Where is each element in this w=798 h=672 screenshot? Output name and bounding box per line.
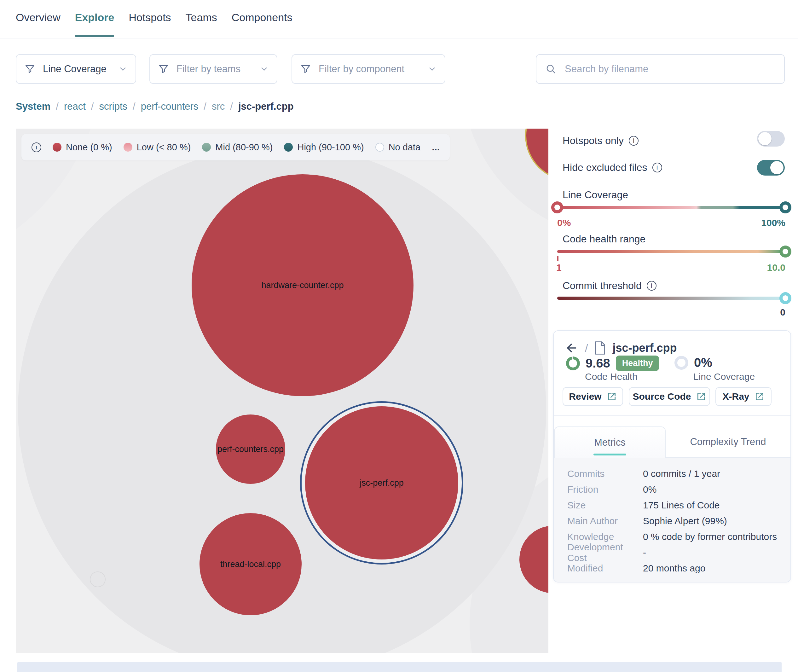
legend-item-none[interactable]: None (0 %) [53, 142, 112, 152]
breadcrumb-separator: / [56, 101, 59, 112]
metric-filter-value: Line Coverage [43, 63, 110, 75]
breadcrumb-item-scripts[interactable]: scripts [99, 101, 127, 112]
line-coverage-donut [675, 356, 688, 370]
code-health-max-handle[interactable] [779, 246, 792, 258]
code-health-min-value: 1 [556, 262, 561, 273]
file-bubble-thread-local-cpp[interactable]: thread-local.cpp [200, 513, 302, 615]
x-ray-button[interactable]: X-Ray [715, 387, 771, 406]
hide-excluded-toggle[interactable] [757, 160, 785, 176]
breadcrumb-item-perf-counters[interactable]: perf-counters [141, 101, 198, 112]
metric-value: 0% [643, 484, 656, 495]
legend-item-high[interactable]: High (90-100 %) [284, 142, 364, 152]
breadcrumb-item-jsc-perf-cpp: jsc-perf.cpp [238, 101, 294, 112]
line-coverage-stat-label: Line Coverage [693, 371, 755, 382]
nav-tab-components[interactable]: Components [232, 11, 293, 37]
slider-track[interactable] [557, 206, 785, 209]
legend-item-label: Mid (80-90 %) [215, 142, 273, 152]
code-health-slider [557, 246, 785, 257]
metric-row-size: Size175 Lines of Code [567, 498, 785, 513]
breadcrumb-item-system[interactable]: System [16, 101, 50, 112]
legend-more[interactable]: ... [432, 142, 440, 152]
hotspots-only-info-icon[interactable]: i [629, 136, 638, 146]
path-separator: / [585, 342, 588, 354]
legend-item-mid[interactable]: Mid (80-90 %) [202, 142, 273, 152]
external-link-icon [696, 392, 706, 402]
bubble-label: perf-counters.cpp [217, 445, 284, 454]
metric-label: Commits [567, 469, 643, 479]
breadcrumb-item-react[interactable]: react [64, 101, 86, 112]
code-health-min-tick[interactable] [557, 256, 558, 261]
code-health-value: 9.68 [585, 356, 610, 370]
line-coverage-min-handle[interactable] [551, 202, 563, 213]
component-filter-placeholder: Filter by component [319, 63, 419, 75]
back-arrow-icon[interactable] [565, 341, 579, 355]
legend-item-low[interactable]: Low (< 80 %) [123, 142, 191, 152]
metric-value: 0 commits / 1 year [643, 469, 720, 479]
nav-tab-explore[interactable]: Explore [75, 11, 114, 37]
external-link-icon [755, 392, 764, 402]
line-coverage-stat: 0% [675, 355, 712, 370]
funnel-icon [158, 64, 169, 74]
none-swatch-icon [53, 143, 61, 152]
metric-value: 0 % code by former contributors [643, 531, 777, 542]
metric-filter-dropdown[interactable]: Line Coverage [16, 54, 136, 84]
bubble-chart-canvas[interactable]: hardware-counter.cppperf-counters.cppjsc… [16, 129, 549, 653]
nodata-swatch-icon [375, 143, 384, 152]
breadcrumb-separator: / [133, 101, 136, 112]
hide-excluded-info-icon[interactable]: i [652, 163, 662, 173]
file-name: jsc-perf.cpp [612, 341, 676, 355]
metric-row-friction: Friction0% [567, 482, 785, 498]
mid-swatch-icon [202, 143, 211, 152]
breadcrumb: System/react/scripts/perf-counters/src/j… [16, 101, 294, 112]
chevron-down-icon [260, 65, 269, 74]
slider-track[interactable] [557, 297, 785, 300]
code-health-slider-label: Code health range [563, 233, 646, 245]
file-bubble-hardware-counter-cpp[interactable]: hardware-counter.cpp [192, 174, 414, 396]
commit-threshold-info-icon[interactable]: i [647, 281, 656, 291]
legend-items: None (0 %)Low (< 80 %)Mid (80-90 %)High … [53, 142, 421, 152]
nav-tab-hotspots[interactable]: Hotspots [129, 11, 171, 37]
breadcrumb-separator: / [230, 101, 233, 112]
metric-label: Friction [567, 484, 643, 495]
nav-tab-overview[interactable]: Overview [16, 11, 61, 37]
chevron-down-icon [118, 65, 127, 74]
code-health-stat-label: Code Health [585, 371, 638, 382]
metric-row-modified: Modified20 months ago [567, 560, 785, 576]
search-input[interactable] [564, 63, 775, 75]
file-bubble-jsc-perf-cpp[interactable]: jsc-perf.cpp [305, 406, 458, 560]
source-code-button[interactable]: Source Code [629, 387, 710, 406]
code-health-donut [566, 357, 580, 370]
metric-value: Sophie Alpert (99%) [643, 516, 727, 526]
line-coverage-max-handle[interactable] [779, 202, 792, 213]
component-filter-dropdown[interactable]: Filter by component [291, 54, 445, 84]
commit-threshold-handle[interactable] [779, 292, 792, 304]
commit-threshold-slider [557, 293, 785, 304]
metric-label: Development Cost [567, 542, 643, 563]
breadcrumb-item-src[interactable]: src [212, 101, 225, 112]
legend-item-nodata[interactable]: No data [375, 142, 421, 152]
high-swatch-icon [284, 143, 293, 152]
legend-info-icon[interactable]: i [32, 142, 41, 152]
filename-search [536, 54, 785, 84]
hotspots-only-toggle[interactable] [757, 131, 785, 147]
legend-item-label: Low (< 80 %) [137, 142, 191, 152]
bubble-label: thread-local.cpp [220, 560, 281, 569]
code-health-stat: 9.68 Healthy [566, 355, 659, 371]
file-bubble-perf-counters-cpp[interactable]: perf-counters.cpp [216, 414, 285, 484]
commit-threshold-value: 0 [780, 307, 785, 318]
hotspots-only-label: Hotspots only i [563, 135, 638, 147]
legend-item-label: High (90-100 %) [297, 142, 364, 152]
slider-track[interactable] [557, 250, 785, 253]
toggle-knob [758, 132, 771, 145]
commit-threshold-label: Commit threshold i [563, 280, 656, 291]
teams-filter-dropdown[interactable]: Filter by teams [149, 54, 277, 84]
metric-value: 20 months ago [643, 563, 705, 574]
tab-metrics[interactable]: Metrics [554, 426, 665, 458]
nav-tab-teams[interactable]: Teams [186, 11, 217, 37]
tab-complexity-trend[interactable]: Complexity Trend [665, 426, 790, 457]
code-health-max-value: 10.0 [767, 262, 785, 273]
review-button[interactable]: Review [563, 387, 623, 406]
external-link-icon [607, 392, 617, 402]
file-detail-header: / jsc-perf.cpp [565, 341, 677, 355]
metric-label: Main Author [567, 516, 643, 526]
